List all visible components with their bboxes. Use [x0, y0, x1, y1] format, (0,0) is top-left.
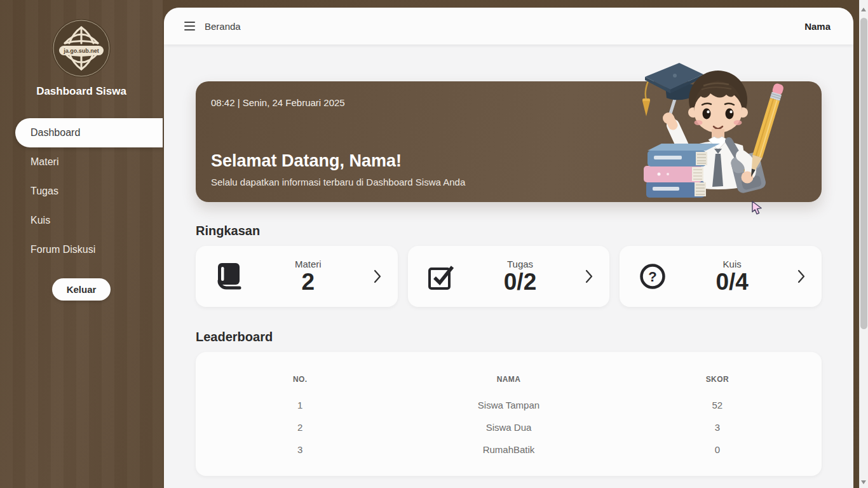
cell-no: 3 — [196, 438, 404, 461]
sidebar-item-dashboard[interactable]: Dashboard — [15, 118, 163, 147]
card-label: Tugas — [507, 259, 533, 269]
sidebar-title: Dashboard Siswa — [0, 85, 163, 98]
cell-nama: Siswa Dua — [404, 416, 613, 438]
logo-domain-text: ja.go.sub.net — [63, 48, 99, 54]
sidebar-item-kuis[interactable]: Kuis — [0, 206, 163, 235]
pencil — [746, 83, 784, 179]
scrollbar-thumb[interactable] — [860, 18, 867, 329]
leaderboard-row: 3 RumahBatik 0 — [196, 438, 822, 461]
banner-subtitle: Selalu dapatkan informasi terbaru di Das… — [211, 177, 465, 187]
hamburger-icon[interactable] — [184, 22, 195, 30]
sidebar: ja.go.sub.net Dashboard Siswa Dashboard … — [0, 0, 163, 488]
card-label: Materi — [295, 259, 322, 269]
card-value: 0/2 — [504, 269, 536, 295]
summary-heading: Ringkasan — [196, 224, 822, 238]
sidebar-item-tugas[interactable]: Tugas — [0, 177, 163, 206]
column-header-no: NO. — [196, 371, 404, 394]
summary-card-materi[interactable]: Materi 2 — [196, 246, 398, 307]
card-label: Kuis — [723, 259, 742, 269]
sidebar-item-label: Dashboard — [31, 127, 80, 139]
top-bar: Beranda Nama — [164, 8, 853, 44]
leaderboard-header-row: NO. NAMA SKOR — [196, 371, 822, 394]
cell-no: 2 — [196, 416, 404, 438]
card-value: 2 — [302, 269, 315, 295]
banner-datetime: 08:42 | Senin, 24 Februari 2025 — [211, 97, 345, 108]
summary-card-tugas[interactable]: Tugas 0/2 — [408, 246, 610, 307]
user-name[interactable]: Nama — [804, 21, 831, 32]
cell-skor: 0 — [613, 438, 822, 461]
checkbox-check-icon — [427, 262, 455, 291]
leaderboard-row: 1 Siswa Tampan 52 — [196, 394, 822, 416]
cell-nama: Siswa Tampan — [404, 394, 613, 416]
sidebar-item-label: Materi — [31, 156, 58, 168]
leaderboard-table: NO. NAMA SKOR 1 Siswa Tampan 52 2 Siswa … — [196, 371, 822, 461]
sidebar-item-materi[interactable]: Materi — [0, 147, 163, 177]
content-area: 08:42 | Senin, 24 Februari 2025 Selamat … — [164, 81, 853, 476]
globe-logo-icon: ja.go.sub.net — [51, 18, 112, 79]
summary-card-kuis[interactable]: ? Kuis 0/4 — [620, 246, 822, 307]
leaderboard-card: NO. NAMA SKOR 1 Siswa Tampan 52 2 Siswa … — [196, 352, 822, 476]
card-value: 0/4 — [715, 269, 748, 295]
cell-skor: 52 — [613, 394, 822, 416]
chevron-right-icon — [797, 269, 805, 283]
leaderboard-heading: Leaderboard — [196, 330, 822, 344]
sidebar-item-label: Tugas — [31, 186, 58, 197]
main-content: Beranda Nama 08:42 | Senin, 24 Februari … — [164, 8, 853, 488]
sidebar-item-label: Kuis — [31, 215, 50, 226]
cell-skor: 3 — [613, 416, 822, 438]
banner-title: Selamat Datang, Nama! — [211, 151, 402, 171]
chevron-right-icon — [374, 269, 381, 283]
cell-no: 1 — [196, 394, 404, 416]
summary-cards: Materi 2 Tugas 0/2 — [196, 246, 822, 307]
svg-text:?: ? — [649, 269, 657, 285]
breadcrumb: Beranda — [205, 21, 241, 32]
chevron-right-icon — [585, 269, 593, 283]
student-illustration — [640, 60, 786, 205]
mouse-cursor-icon — [752, 201, 763, 215]
scrollbar[interactable] — [859, 0, 868, 488]
column-header-nama: NAMA — [404, 371, 613, 394]
scrollbar-up-arrow[interactable] — [861, 8, 866, 11]
app-logo: ja.go.sub.net — [0, 0, 163, 79]
logout-button[interactable]: Keluar — [52, 278, 111, 301]
scrollbar-down-arrow[interactable] — [861, 480, 866, 484]
sidebar-item-forum-diskusi[interactable]: Forum Diskusi — [0, 235, 163, 264]
column-header-skor: SKOR — [613, 371, 822, 394]
book-icon — [215, 262, 243, 291]
leaderboard-row: 2 Siswa Dua 3 — [196, 416, 822, 438]
cell-nama: RumahBatik — [404, 438, 613, 461]
sidebar-nav: Dashboard Materi Tugas Kuis Forum Diskus… — [0, 118, 163, 264]
sidebar-item-label: Forum Diskusi — [31, 244, 95, 255]
help-circle-icon: ? — [639, 262, 667, 291]
welcome-banner: 08:42 | Senin, 24 Februari 2025 Selamat … — [196, 81, 822, 202]
